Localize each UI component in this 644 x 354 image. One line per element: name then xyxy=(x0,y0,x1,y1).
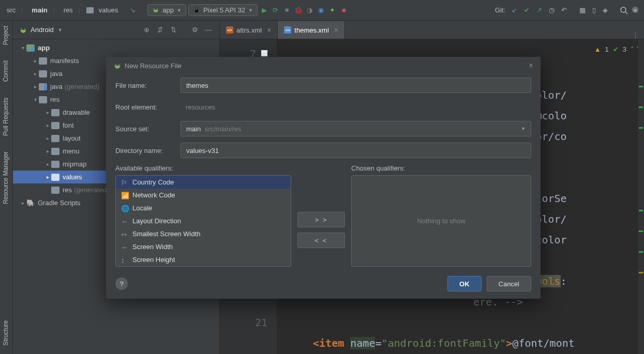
chosen-qualifiers-label: Chosen qualifiers: xyxy=(351,164,531,172)
tool-pull-requests[interactable]: Pull Requests xyxy=(0,93,11,141)
tool-structure[interactable]: Structure xyxy=(0,315,11,351)
stop-button[interactable]: ■ xyxy=(339,6,349,15)
close-icon[interactable]: × xyxy=(334,26,338,34)
android-icon xyxy=(152,7,159,14)
project-scope[interactable]: Android xyxy=(31,26,54,34)
tab-attrs[interactable]: <> attrs.xml × xyxy=(220,21,278,39)
breakpoint-icon[interactable] xyxy=(261,50,267,56)
tool-resource-manager[interactable]: Resource Manager xyxy=(0,146,11,209)
close-icon[interactable]: × xyxy=(267,26,271,34)
module-icon xyxy=(26,44,35,52)
search-icon[interactable] xyxy=(619,6,628,15)
qualifier-layout-direction[interactable]: ↔Layout Direction xyxy=(116,214,291,227)
folder-icon xyxy=(51,148,59,155)
app-inspection-icon[interactable]: ✦ xyxy=(328,6,337,15)
git-history-icon[interactable]: ◷ xyxy=(547,6,556,15)
gradle-icon: 🐘 xyxy=(26,199,35,207)
tab-menu-icon[interactable]: ⋮ xyxy=(627,31,644,39)
run-config-selector[interactable]: app ▼ xyxy=(147,4,186,16)
svg-point-8 xyxy=(118,64,119,65)
root-element-input[interactable]: resources xyxy=(181,99,531,115)
breadcrumb: src 〉 main 〉 res 〉 values xyxy=(4,5,121,16)
phone-icon: 📱 xyxy=(193,7,200,13)
qualifier-screen-width[interactable]: ↔Screen Width xyxy=(116,240,291,253)
git-push-icon[interactable]: ↗ xyxy=(534,6,544,15)
tab-themes[interactable]: <> themes.xml × xyxy=(278,21,345,39)
svg-point-0 xyxy=(154,8,155,9)
dropdown-icon: ▼ xyxy=(177,8,182,13)
qualifier-country-code[interactable]: 🏳Country Code xyxy=(116,176,291,189)
dialog-title-text: New Resource File xyxy=(125,62,182,70)
folder-icon xyxy=(51,122,59,129)
hide-panel-icon[interactable]: — xyxy=(204,25,213,35)
collapse-all-icon[interactable]: ⇅ xyxy=(169,25,178,35)
breadcrumb-main[interactable]: main xyxy=(29,5,50,16)
prev-highlight-icon[interactable]: ˄ xyxy=(631,45,634,53)
sdk-manager-icon[interactable]: ◈ xyxy=(601,6,610,15)
remove-qualifier-button[interactable]: < < xyxy=(297,233,345,248)
git-label: Git: xyxy=(495,6,505,14)
folder-icon xyxy=(39,57,47,65)
settings-icon[interactable] xyxy=(631,6,640,15)
folder-icon xyxy=(39,83,47,90)
avd-manager-icon[interactable]: ▦ xyxy=(578,6,587,15)
qualifier-smallest-width[interactable]: ⇿Smallest Screen Width xyxy=(116,227,291,240)
folder-icon xyxy=(39,96,47,103)
available-qualifiers-list[interactable]: 🏳Country Code 📶Network Code 🌐Locale ↔Lay… xyxy=(115,175,291,267)
git-revert-icon[interactable]: ↶ xyxy=(559,6,568,15)
source-set-select[interactable]: main src/main/res ▼ xyxy=(181,121,531,136)
run-config-label: app xyxy=(162,6,174,14)
sync-icon[interactable]: ↘ xyxy=(128,6,137,15)
tree-app[interactable]: ▾ app xyxy=(13,41,219,54)
qualifier-network-code[interactable]: 📶Network Code xyxy=(116,189,291,202)
attach-debugger-icon[interactable]: ≡ xyxy=(282,6,292,15)
svg-point-6 xyxy=(24,28,25,29)
inspection-widget[interactable]: ▲ 1 ✔ 3 ˄˅ xyxy=(594,45,640,53)
git-pull-icon[interactable]: ↙ xyxy=(510,6,519,15)
svg-point-1 xyxy=(157,8,158,9)
folder-icon xyxy=(86,7,94,13)
new-resource-file-dialog: New Resource File × File name: themes Ro… xyxy=(106,57,541,299)
nothing-to-show-text: Nothing to show xyxy=(417,217,465,225)
apply-changes-button[interactable]: ⟳ xyxy=(271,6,280,15)
qualifier-locale[interactable]: 🌐Locale xyxy=(116,202,291,214)
editor-tabs: <> attrs.xml × <> themes.xml × ⋮ xyxy=(220,21,644,39)
svg-line-3 xyxy=(625,12,627,14)
panel-settings-icon[interactable]: ⚙ xyxy=(190,25,200,35)
close-icon[interactable]: × xyxy=(529,61,533,70)
select-opened-icon[interactable]: ⊕ xyxy=(142,25,151,35)
cancel-button[interactable]: Cancel xyxy=(487,276,531,291)
directory-name-input[interactable]: values-v31 xyxy=(181,143,531,158)
xml-icon: <> xyxy=(284,26,291,34)
breadcrumb-res[interactable]: res xyxy=(61,5,76,16)
ok-button[interactable]: OK xyxy=(447,276,482,291)
dropdown-icon[interactable]: ▼ xyxy=(58,27,63,33)
expand-all-icon[interactable]: ⇵ xyxy=(155,25,164,35)
dropdown-icon: ▼ xyxy=(521,126,526,131)
checkmark-icon: ✔ xyxy=(613,45,619,53)
marker-strip[interactable] xyxy=(638,39,644,354)
debug-button[interactable]: 🐞 xyxy=(294,6,303,15)
profiler-icon[interactable]: ◉ xyxy=(317,6,326,15)
file-name-input[interactable]: themes xyxy=(181,78,531,93)
folder-icon xyxy=(51,109,59,116)
run-button[interactable]: ▶ xyxy=(260,6,269,15)
svg-point-7 xyxy=(115,64,116,65)
tool-commit[interactable]: Commit xyxy=(0,55,11,87)
qualifier-screen-height[interactable]: ↕Screen Height xyxy=(116,253,291,266)
add-qualifier-button[interactable]: > > xyxy=(297,212,345,227)
xml-icon: <> xyxy=(226,26,233,34)
git-commit-icon[interactable]: ✔ xyxy=(522,6,531,15)
device-selector[interactable]: 📱 Pixel 5 API 32 ▼ xyxy=(188,4,258,16)
chosen-qualifiers-list[interactable]: Nothing to show xyxy=(351,175,531,267)
dropdown-icon: ▼ xyxy=(248,8,253,13)
device-label: Pixel 5 API 32 xyxy=(203,6,245,14)
device-manager-icon[interactable]: ▯ xyxy=(589,6,598,15)
breadcrumb-src[interactable]: src xyxy=(4,5,18,16)
folder-icon xyxy=(51,161,59,168)
tool-project[interactable]: Project xyxy=(0,21,11,50)
help-button[interactable]: ? xyxy=(115,278,128,290)
coverage-icon[interactable]: ◑ xyxy=(305,6,314,15)
folder-icon xyxy=(51,135,59,142)
breadcrumb-values[interactable]: values xyxy=(96,5,121,16)
